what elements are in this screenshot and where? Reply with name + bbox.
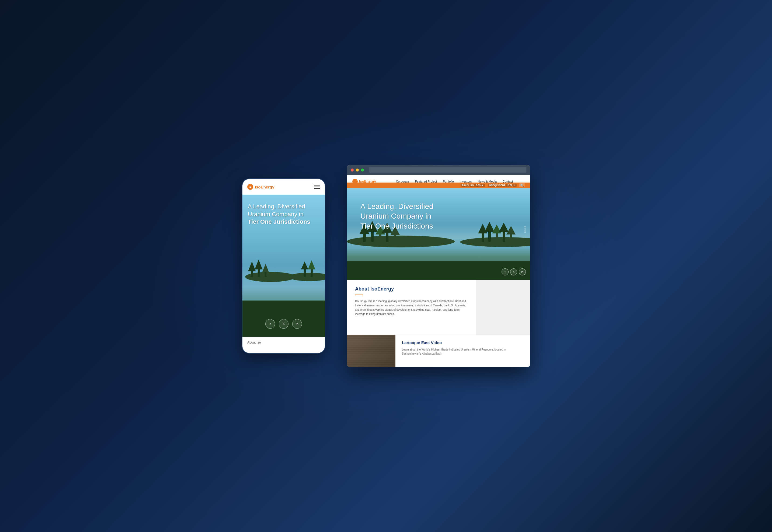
mobile-island-left: [245, 272, 295, 282]
mobile-tree-trunk-3: [265, 268, 266, 277]
desktop-scroll-text: Scroll: [524, 226, 526, 233]
dt-6: [482, 230, 484, 242]
desktop-video-section: ▶ Larocque East Video Learn about the Wo…: [347, 335, 530, 367]
mobile-tree-2: [255, 260, 263, 269]
about-body-text: IsoEnergy Ltd. is a leading, globally di…: [355, 299, 468, 316]
otcqx-label: OTCQX ISENF: [489, 184, 506, 187]
desktop-social-icons: f 𝕏 in: [502, 268, 526, 275]
tsx-label: TSX-V ISO: [462, 184, 474, 187]
video-thumbnail[interactable]: ▶: [347, 335, 396, 367]
desktop-about-left: About IsoEnergy IsoEnergy Ltd. is a lead…: [347, 280, 476, 335]
mobile-island-right: [288, 273, 325, 281]
mobile-tree-1: [248, 261, 256, 271]
tsx-value: 3.63 ▼: [476, 184, 484, 187]
mobile-logo-bold: Energy: [261, 185, 274, 189]
desktop-hero: A Leading, Diversified Uranium Company i…: [347, 188, 530, 280]
desktop-twitter-icon: 𝕏: [513, 271, 515, 274]
desktop-headline-line1: A Leading, Diversified: [360, 202, 434, 211]
mobile-twitter-icon: 𝕏: [282, 322, 285, 326]
desktop-headline-line3: Tier One Jurisdictions: [360, 222, 433, 230]
dt-8: [496, 230, 498, 242]
mobile-tree-trunk-2: [258, 266, 260, 277]
mobile-tree-trunk-4: [304, 267, 306, 277]
dt-tree-6: [478, 224, 487, 233]
otcqx-value: 2.72 ▼: [508, 184, 515, 187]
dt-4: [386, 229, 389, 242]
hamburger-line-3: [314, 188, 320, 189]
about-divider: [355, 295, 363, 295]
hamburger-line-2: [314, 187, 320, 187]
dt-tree-9: [499, 223, 509, 232]
browser-chrome: [347, 165, 530, 175]
scene: IsoEnergy: [242, 165, 530, 367]
desktop-search-button[interactable]: 🔍: [519, 183, 525, 187]
dt-7: [488, 228, 491, 242]
dt-3: [379, 231, 381, 242]
mobile-header: IsoEnergy: [242, 179, 325, 195]
desktop-island-left: [347, 236, 455, 247]
dt-tree-10: [507, 226, 516, 235]
mobile-headline-line2: Uranium Company in: [248, 211, 303, 218]
desktop-nav: IsoEnergy Corporate Featured Project Por…: [347, 175, 530, 188]
mobile-tree-trunk-1: [251, 267, 253, 277]
mobile-tree-3: [262, 264, 269, 272]
dt-9: [503, 229, 505, 242]
mobile-ground: [242, 300, 325, 337]
dt-1: [363, 230, 366, 242]
video-thumbnail-bg: [347, 335, 396, 367]
about-title: About IsoEnergy: [355, 286, 468, 292]
dt-tree-8: [492, 225, 501, 233]
desktop-island-right: [460, 237, 530, 247]
desktop-water: [347, 239, 530, 261]
video-info: Larocque East Video Learn about the Worl…: [396, 335, 530, 367]
hamburger-menu[interactable]: [314, 185, 320, 189]
mobile-facebook-icon: f: [270, 322, 271, 326]
mobile-tree-trunk-5: [311, 266, 313, 277]
desktop-twitter-button[interactable]: 𝕏: [510, 268, 517, 275]
mobile-headline-line1: A Leading, Diversified: [248, 203, 305, 210]
mobile-linkedin-icon: in: [296, 322, 298, 326]
mobile-twitter-button[interactable]: 𝕏: [279, 319, 288, 329]
mobile-hero-text: A Leading, Diversified Uranium Company i…: [248, 203, 319, 226]
mobile-about-snippet: About Iso: [242, 337, 325, 353]
mobile-tree-5: [308, 260, 315, 269]
dt-10: [510, 231, 512, 242]
video-description: Learn about the World's Highest Grade In…: [402, 348, 524, 356]
mobile-device: IsoEnergy: [242, 179, 325, 353]
browser-content: IsoEnergy Corporate Featured Project Por…: [347, 175, 530, 367]
mobile-headline-line3: Tier One Jurisdictions: [248, 218, 310, 225]
desktop-linkedin-button[interactable]: in: [519, 268, 526, 275]
dt-5: [394, 231, 396, 242]
mobile-logo-plain: Iso: [255, 185, 261, 189]
mobile-logo: IsoEnergy: [247, 184, 274, 190]
desktop-hero-text: A Leading, Diversified Uranium Company i…: [360, 202, 434, 231]
video-title: Larocque East Video: [402, 340, 524, 345]
tsx-ticker: TSX-V ISO 3.63 ▼: [461, 184, 485, 187]
desktop-about-right-panel: [476, 280, 530, 335]
mobile-about-text: About Iso: [247, 341, 320, 344]
otcqx-ticker: OTCQX ISENF 2.72 ▼: [488, 184, 517, 187]
desktop-facebook-icon: f: [505, 271, 506, 274]
browser-close-dot[interactable]: [351, 169, 354, 171]
desktop-scroll-line: [525, 234, 525, 242]
browser-maximize-dot[interactable]: [361, 169, 364, 171]
desktop-about-section: About IsoEnergy IsoEnergy Ltd. is a lead…: [347, 280, 530, 335]
dt-tree-7: [485, 222, 494, 232]
mobile-hero: A Leading, Diversified Uranium Company i…: [242, 195, 325, 337]
desktop-headline-line2: Uranium Company in: [360, 212, 431, 220]
desktop-browser: IsoEnergy Corporate Featured Project Por…: [347, 165, 530, 367]
browser-address-bar[interactable]: [369, 167, 526, 173]
mobile-facebook-button[interactable]: f: [265, 319, 275, 329]
mobile-logo-text: IsoEnergy: [255, 185, 274, 189]
mobile-social-icons: f 𝕏 in: [242, 319, 325, 329]
desktop-ticker-bar: TSX-V ISO 3.63 ▼ OTCQX ISENF 2.72 ▼ 🔍: [347, 183, 530, 188]
mobile-logo-icon: [247, 184, 253, 190]
desktop-linkedin-icon: in: [521, 271, 523, 274]
browser-minimize-dot[interactable]: [356, 169, 359, 171]
desktop-facebook-button[interactable]: f: [502, 268, 509, 275]
mobile-water-reflection: [242, 275, 325, 303]
hamburger-line-1: [314, 185, 320, 185]
desktop-scroll-indicator: Scroll: [524, 226, 526, 242]
mobile-tree-4: [301, 261, 308, 269]
mobile-linkedin-button[interactable]: in: [292, 319, 302, 329]
